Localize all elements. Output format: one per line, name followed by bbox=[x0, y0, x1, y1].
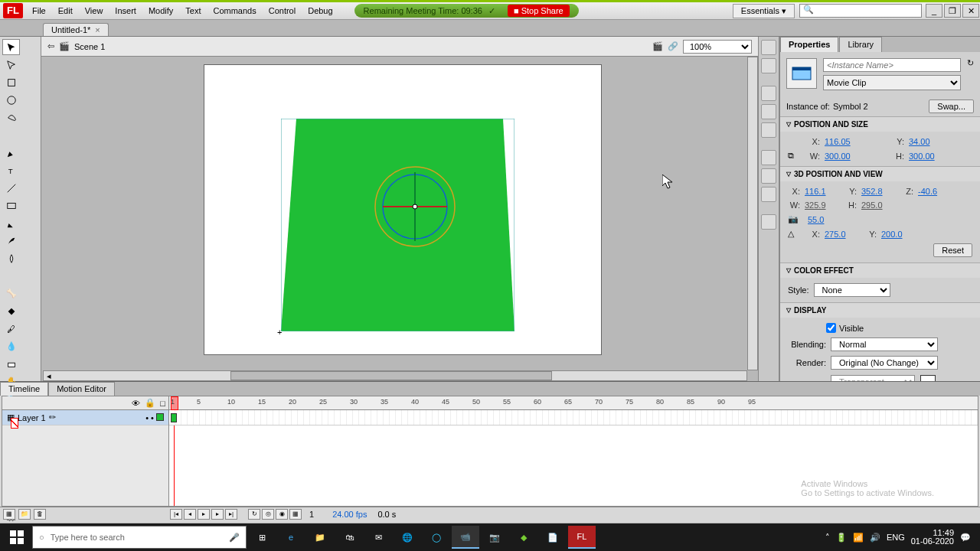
menu-commands[interactable]: Commands bbox=[207, 3, 262, 18]
taskbar-flash[interactable]: FL bbox=[568, 526, 596, 549]
menu-insert[interactable]: Insert bbox=[109, 3, 142, 18]
stage-scroll[interactable]: + bbox=[43, 57, 747, 370]
pencil-tool[interactable] bbox=[2, 215, 20, 231]
taskbar-explorer[interactable]: 📁 bbox=[306, 526, 334, 549]
keyframe[interactable] bbox=[171, 413, 177, 422]
eyedropper-tool[interactable]: 💧 bbox=[2, 338, 20, 354]
close-icon[interactable]: × bbox=[95, 25, 100, 34]
taskbar-chrome[interactable]: 🌐 bbox=[394, 526, 421, 549]
blending-select[interactable]: Normal bbox=[831, 337, 938, 351]
3d-x-value[interactable]: 116.1 bbox=[805, 187, 840, 196]
line-tool[interactable] bbox=[2, 180, 20, 196]
document-tab[interactable]: Untitled-1* × bbox=[43, 23, 109, 36]
motion-presets-icon[interactable] bbox=[761, 187, 776, 202]
section-position-size[interactable]: POSITION AND SIZE bbox=[780, 117, 980, 132]
swatches-panel-icon[interactable] bbox=[761, 58, 776, 73]
rectangle-tool[interactable] bbox=[2, 197, 20, 214]
vp-x-value[interactable]: 275.0 bbox=[825, 230, 860, 239]
deco-tool[interactable] bbox=[2, 250, 20, 266]
x-value[interactable]: 116.05 bbox=[825, 137, 860, 146]
taskbar-zoom[interactable]: 📹 bbox=[452, 526, 479, 549]
transparent-color[interactable] bbox=[920, 375, 936, 381]
frame-track[interactable] bbox=[169, 410, 978, 425]
subselection-tool[interactable] bbox=[2, 57, 20, 73]
y-value[interactable]: 34.00 bbox=[909, 137, 944, 146]
ink-bottle-tool[interactable]: 🖋 bbox=[2, 321, 20, 337]
layer-row[interactable]: ▦ Layer 1 ✏ • • bbox=[2, 410, 168, 425]
visible-checkbox[interactable] bbox=[826, 323, 836, 333]
goto-last-button[interactable]: ▸| bbox=[225, 509, 237, 520]
taskbar-edge[interactable]: e bbox=[277, 526, 305, 549]
lasso-tool[interactable] bbox=[2, 109, 20, 126]
help-search-input[interactable]: 🔍 bbox=[799, 4, 922, 18]
goto-first-button[interactable]: |◂ bbox=[170, 509, 182, 520]
tray-chevron-icon[interactable]: ˄ bbox=[825, 533, 830, 543]
edit-scene-icon[interactable]: 🎬 bbox=[652, 41, 663, 51]
selection-tool[interactable] bbox=[2, 39, 20, 55]
eraser-tool[interactable] bbox=[2, 356, 20, 372]
menu-text[interactable]: Text bbox=[179, 3, 207, 18]
step-forward-button[interactable]: ▸ bbox=[211, 509, 224, 520]
taskbar-camera[interactable]: 📷 bbox=[481, 526, 508, 549]
menu-file[interactable]: File bbox=[26, 3, 52, 18]
taskbar-store[interactable]: 🛍 bbox=[335, 526, 363, 549]
code-snippets-icon[interactable] bbox=[761, 150, 776, 165]
taskbar-notes[interactable]: 📄 bbox=[539, 526, 567, 549]
workspace-selector[interactable]: Essentials ▾ bbox=[733, 4, 795, 18]
components-panel-icon[interactable] bbox=[761, 168, 776, 184]
menu-debug[interactable]: Debug bbox=[302, 3, 338, 18]
new-layer-button[interactable]: ▦ bbox=[3, 509, 15, 520]
taskbar-search[interactable]: ○ Type here to search 🎤 bbox=[32, 526, 247, 549]
layer-name[interactable]: Layer 1 bbox=[18, 413, 46, 422]
swap-button[interactable]: Swap... bbox=[929, 99, 974, 113]
tab-motion-editor[interactable]: Motion Editor bbox=[48, 382, 115, 396]
taskbar-mail[interactable]: ✉ bbox=[364, 526, 392, 549]
brush-tool[interactable] bbox=[2, 233, 20, 249]
instance-name-input[interactable] bbox=[823, 58, 961, 72]
menu-edit[interactable]: Edit bbox=[52, 3, 79, 18]
h-value[interactable]: 300.00 bbox=[909, 152, 944, 161]
new-folder-button[interactable]: 📁 bbox=[18, 509, 31, 520]
pen-tool[interactable] bbox=[2, 145, 20, 161]
taskbar-cortana[interactable]: ◯ bbox=[423, 526, 450, 549]
render-select[interactable]: Original (No Change) bbox=[831, 356, 938, 370]
reset-button[interactable]: Reset bbox=[933, 243, 972, 257]
tray-language[interactable]: ENG bbox=[887, 533, 905, 542]
transparent-select[interactable]: Transparent bbox=[831, 375, 915, 381]
menu-modify[interactable]: Modify bbox=[142, 3, 179, 18]
frame-ruler[interactable]: 15101520253035404550556065707580859095 bbox=[169, 396, 978, 410]
lock-aspect-icon[interactable]: ⧉ bbox=[788, 151, 803, 161]
3d-z-value[interactable]: -40.6 bbox=[918, 187, 953, 196]
menu-view[interactable]: View bbox=[79, 3, 109, 18]
tab-timeline[interactable]: Timeline bbox=[0, 382, 48, 396]
vp-y-value[interactable]: 200.0 bbox=[881, 230, 916, 239]
minimize-button[interactable]: _ bbox=[926, 4, 942, 18]
onion-skin-button[interactable]: ◎ bbox=[262, 509, 274, 520]
transform-panel-icon[interactable] bbox=[761, 122, 776, 138]
loop-button[interactable]: ↻ bbox=[248, 509, 260, 520]
tray-battery-icon[interactable]: 🔋 bbox=[836, 533, 847, 543]
scene-label[interactable]: Scene 1 bbox=[74, 42, 105, 51]
project-panel-icon[interactable] bbox=[761, 214, 776, 230]
align-panel-icon[interactable] bbox=[761, 86, 776, 101]
mic-icon[interactable]: 🎤 bbox=[229, 533, 240, 543]
step-back-button[interactable]: ◂ bbox=[184, 509, 196, 520]
3d-y-value[interactable]: 352.8 bbox=[861, 187, 897, 196]
tab-library[interactable]: Library bbox=[839, 37, 882, 52]
horizontal-scrollbar[interactable]: ◂ bbox=[43, 370, 747, 381]
taskbar-app[interactable]: ◆ bbox=[510, 526, 537, 549]
edit-multiple-button[interactable]: ▦ bbox=[289, 509, 302, 520]
w-value[interactable]: 300.00 bbox=[825, 152, 860, 161]
symbol-type-select[interactable]: Movie Clip bbox=[823, 75, 961, 90]
restore-button[interactable]: ❐ bbox=[944, 4, 961, 18]
circle-arrow-icon[interactable]: ↻ bbox=[967, 58, 974, 68]
vertical-scrollbar[interactable] bbox=[747, 57, 758, 370]
info-panel-icon[interactable] bbox=[761, 104, 776, 119]
stage-canvas[interactable]: + bbox=[204, 64, 602, 355]
section-display[interactable]: DISPLAY bbox=[780, 303, 980, 318]
delete-layer-button[interactable]: 🗑 bbox=[34, 509, 46, 520]
tray-notifications-icon[interactable]: 💬 bbox=[960, 533, 971, 543]
3d-rotation-gizmo[interactable] bbox=[373, 165, 457, 249]
stop-share-button[interactable]: ■ Stop Share bbox=[508, 5, 570, 17]
play-button[interactable]: ▸ bbox=[198, 509, 210, 520]
